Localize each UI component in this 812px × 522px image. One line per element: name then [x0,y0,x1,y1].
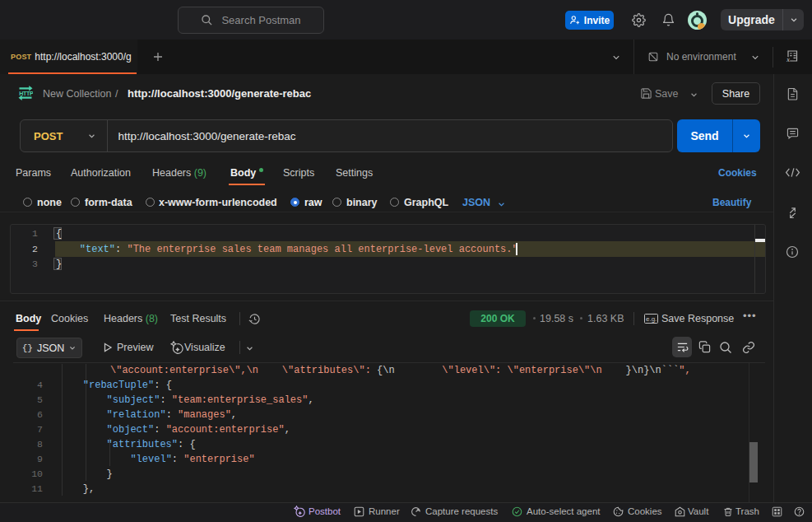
svg-text:HTTP: HTTP [19,91,33,96]
svg-text:e.g.: e.g. [646,315,657,323]
svg-text:x: x [786,56,790,63]
